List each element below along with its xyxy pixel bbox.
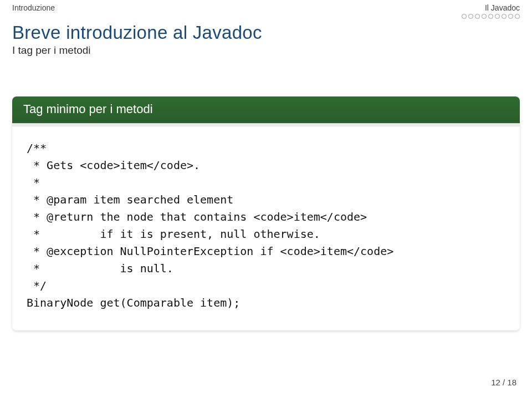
page-number: 12 / 18 [491,378,516,387]
title-block: Breve introduzione al Javadoc I tag per … [0,19,532,58]
card-heading: Tag minimo per i metodi [12,96,520,124]
progress-dot [475,14,480,19]
slide-header: Introduzione Il Javadoc [0,0,532,19]
code-block: /** * Gets <code>item</code>. * * @param… [12,126,520,330]
slide-subtitle: I tag per i metodi [12,44,520,57]
progress-dot [468,14,473,19]
progress-dot [488,14,493,19]
progress-dots [462,14,520,19]
progress-dot [502,14,507,19]
progress-dot [515,14,520,19]
progress-dot [462,14,467,19]
slide-title: Breve introduzione al Javadoc [12,22,520,43]
progress-dot [508,14,513,19]
section-right-label: Il Javadoc [462,3,520,12]
example-card: Tag minimo per i metodi /** * Gets <code… [12,96,520,330]
section-right: Il Javadoc [462,3,520,19]
progress-dot [495,14,500,19]
section-left-label: Introduzione [12,3,55,12]
progress-dot [482,14,487,19]
